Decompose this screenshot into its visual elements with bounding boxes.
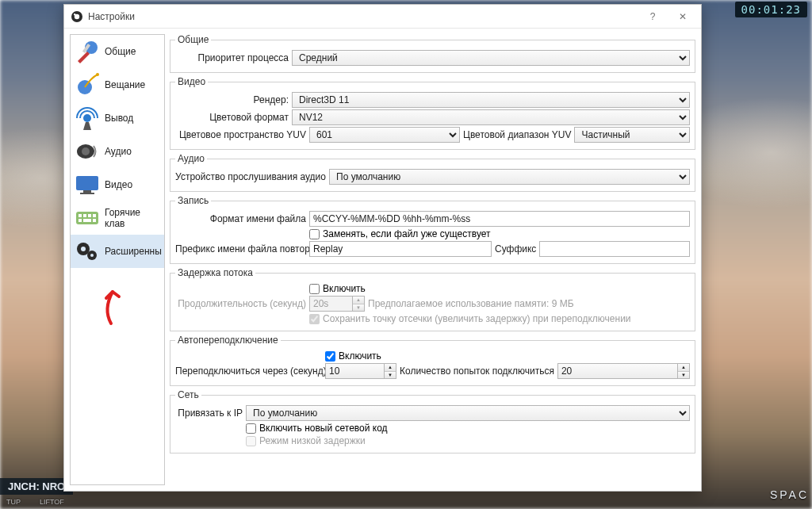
- group-legend: Общие: [175, 34, 211, 45]
- overwrite-checkbox-input[interactable]: [309, 229, 320, 239]
- overwrite-label: Заменять, если файл уже существует: [323, 228, 491, 239]
- sidebar-item-label: Общие: [105, 46, 136, 57]
- replay-prefix-label: Префикс имени файла повтора: [175, 243, 306, 254]
- overlay-timer: 00:01:23: [735, 2, 807, 17]
- renderer-select[interactable]: Direct3D 11: [292, 92, 690, 108]
- settings-content: Общие Приоритет процесса Средний Видео Р…: [170, 34, 695, 485]
- svg-rect-11: [83, 190, 91, 193]
- bind-ip-label: Привязать к IP: [175, 408, 243, 419]
- svg-point-23: [81, 247, 86, 251]
- sidebar-item-video[interactable]: Видео: [71, 168, 164, 201]
- sidebar-item-general[interactable]: Общие: [71, 35, 164, 68]
- replay-prefix-input[interactable]: [309, 241, 492, 257]
- group-legend: Сеть: [175, 389, 201, 400]
- group-legend: Задержка потока: [175, 267, 255, 278]
- colorformat-label: Цветовой формат: [175, 112, 289, 123]
- app-icon: [71, 10, 83, 23]
- bind-ip-select[interactable]: По умолчанию: [246, 405, 690, 421]
- spin-buttons-icon[interactable]: ▲▼: [677, 364, 689, 378]
- settings-window: Настройки ? ✕ Общие Вещание Вывод Аудио: [63, 4, 702, 492]
- new-netcode-checkbox-input[interactable]: [246, 423, 256, 434]
- radio-tower-icon: [74, 105, 101, 132]
- new-netcode-label: Включить новый сетевой код: [259, 423, 388, 434]
- sidebar-item-label: Видео: [105, 179, 132, 190]
- group-legend: Аудио: [175, 153, 207, 164]
- svg-rect-18: [79, 219, 82, 222]
- delay-duration-spinbox: 20s ▲▼: [309, 296, 365, 312]
- settings-sidebar: Общие Вещание Вывод Аудио Видео Горячие …: [70, 34, 165, 485]
- retry-delay-value: 10: [329, 365, 339, 377]
- sidebar-item-label: Расширенны: [105, 246, 162, 257]
- low-latency-checkbox-input: [246, 436, 256, 446]
- group-network: Сеть Привязать к IP По умолчанию Включит…: [170, 389, 695, 454]
- svg-rect-15: [83, 214, 86, 217]
- colorrange-select[interactable]: Частичный: [574, 127, 690, 143]
- close-button[interactable]: ✕: [668, 5, 698, 29]
- svg-rect-14: [79, 214, 82, 217]
- group-legend: Видео: [175, 76, 208, 87]
- monitoring-label: Устройство прослушивания аудио: [175, 171, 326, 182]
- speaker-icon: [74, 138, 101, 165]
- delay-enable-checkbox[interactable]: Включить: [309, 283, 366, 294]
- filename-format-input[interactable]: [309, 211, 690, 227]
- svg-point-24: [90, 254, 94, 257]
- sidebar-item-output[interactable]: Вывод: [71, 101, 164, 135]
- delay-enable-checkbox-input[interactable]: [309, 284, 320, 294]
- new-netcode-checkbox[interactable]: Включить новый сетевой код: [246, 423, 388, 434]
- reconnect-enable-checkbox-input[interactable]: [325, 351, 335, 362]
- delay-duration-label: Продолжительность (секунд): [175, 298, 306, 309]
- sidebar-item-label: Аудио: [105, 146, 132, 157]
- group-stream-delay: Задержка потока Включить Продолжительнос…: [170, 267, 695, 331]
- keyboard-icon: [74, 205, 101, 232]
- svg-rect-17: [93, 214, 96, 217]
- colorspace-label: Цветовое пространство YUV: [175, 129, 306, 140]
- colorformat-select[interactable]: NV12: [292, 109, 690, 125]
- monitoring-select[interactable]: По умолчанию: [329, 169, 690, 185]
- spin-buttons-icon[interactable]: ▲▼: [384, 364, 396, 378]
- sidebar-item-hotkeys[interactable]: Горячие клав: [71, 201, 164, 235]
- delay-memory-label: Предполагаемое использование памяти: 9 М…: [368, 298, 574, 309]
- low-latency-label: Режим низкой задержки: [259, 435, 366, 446]
- globe-signal-icon: [74, 71, 101, 98]
- colorspace-select[interactable]: 601: [309, 127, 460, 143]
- replay-suffix-label: Суффикс: [495, 243, 536, 254]
- max-retries-spinbox[interactable]: 20 ▲▼: [557, 363, 690, 379]
- svg-point-9: [82, 147, 90, 155]
- group-legend: Запись: [175, 195, 211, 206]
- sidebar-item-audio[interactable]: Аудио: [71, 135, 164, 168]
- max-retries-label: Количество попыток подключиться: [400, 365, 554, 377]
- sidebar-item-label: Вещание: [105, 79, 145, 90]
- group-auto-reconnect: Автопереподключение Включить Переподключ…: [170, 335, 695, 386]
- replay-suffix-input[interactable]: [539, 241, 690, 257]
- group-video: Видео Рендер: Direct3D 11 Цветовой форма…: [170, 76, 695, 150]
- help-button[interactable]: ?: [638, 5, 668, 29]
- gears-icon: [74, 238, 101, 265]
- retry-delay-label: Переподключиться через (секунд): [175, 365, 322, 377]
- retry-delay-spinbox[interactable]: 10 ▲▼: [325, 363, 396, 379]
- delay-preserve-label: Сохранить точку отсечки (увеличить задер…: [323, 313, 631, 324]
- overlay-small-1: TUP: [6, 498, 21, 506]
- delay-preserve-checkbox: Сохранить точку отсечки (увеличить задер…: [309, 313, 631, 324]
- svg-rect-10: [76, 176, 98, 190]
- titlebar: Настройки ? ✕: [64, 5, 701, 29]
- group-audio: Аудио Устройство прослушивания аудио По …: [170, 153, 695, 192]
- sidebar-item-advanced[interactable]: Расширенны: [71, 235, 164, 268]
- sidebar-item-stream[interactable]: Вещание: [71, 68, 164, 101]
- group-general: Общие Приоритет процесса Средний: [170, 34, 695, 73]
- sidebar-item-label: Вывод: [105, 113, 133, 124]
- window-title: Настройки: [88, 11, 135, 22]
- svg-rect-19: [83, 219, 91, 222]
- delay-enable-label: Включить: [323, 283, 366, 294]
- svg-rect-16: [88, 214, 91, 217]
- monitor-icon: [74, 171, 101, 198]
- wrench-globe-icon: [74, 38, 101, 65]
- priority-label: Приоритет процесса: [175, 52, 289, 63]
- overwrite-checkbox[interactable]: Заменять, если файл уже существует: [309, 228, 491, 239]
- priority-select[interactable]: Средний: [292, 50, 690, 66]
- reconnect-enable-checkbox[interactable]: Включить: [325, 350, 381, 362]
- sidebar-item-label: Горячие клав: [105, 207, 161, 229]
- delay-duration-value: 20s: [313, 298, 328, 309]
- overlay-launch-label: JNCH: NRO: [0, 478, 73, 495]
- max-retries-value: 20: [561, 365, 572, 377]
- filename-format-label: Формат имени файла: [175, 213, 306, 224]
